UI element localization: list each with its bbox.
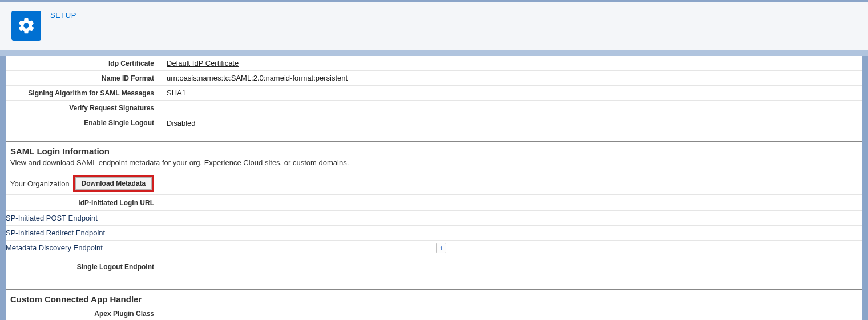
idp-login-url-label: IdP-Initiated Login URL (6, 199, 165, 207)
slo-endpoint-label: Single Logout Endpoint (6, 263, 165, 271)
signing-algorithm-row: Signing Algorithm for SAML Messages SHA1 (6, 86, 862, 101)
apex-plugin-label: Apex Plugin Class (6, 310, 165, 318)
slo-endpoint-row: Single Logout Endpoint (6, 255, 862, 278)
idp-certificate-value[interactable]: Default IdP Certificate (165, 59, 862, 67)
info-icon-letter: i (440, 245, 442, 251)
custom-handler-title: Custom Connected App Handler (6, 290, 862, 306)
header-bar: SETUP (0, 0, 868, 50)
saml-login-section-title: SAML Login Information (6, 142, 862, 158)
name-id-format-value: urn:oasis:names:tc:SAML:2.0:nameid-forma… (165, 74, 862, 82)
your-organization-row: Your Organization Download Metadata (6, 173, 862, 195)
idp-login-url-row: IdP-Initiated Login URL (6, 195, 862, 211)
metadata-discovery-row: Metadata Discovery Endpoint i (6, 241, 862, 255)
enable-slo-row: Enable Single Logout Disabled (6, 115, 862, 130)
gear-icon (17, 17, 35, 35)
setup-gear-icon (11, 11, 41, 41)
name-id-format-row: Name ID Format urn:oasis:names:tc:SAML:2… (6, 71, 862, 86)
metadata-discovery-label: Metadata Discovery Endpoint (6, 243, 103, 252)
enable-slo-value: Disabled (165, 119, 862, 127)
idp-certificate-row: Idp Certificate Default IdP Certificate (6, 56, 862, 71)
verify-request-label: Verify Request Signatures (6, 104, 165, 112)
idp-certificate-label: Idp Certificate (6, 59, 165, 67)
apex-plugin-row: Apex Plugin Class (6, 306, 862, 320)
name-id-format-label: Name ID Format (6, 74, 165, 82)
sp-redirect-endpoint-label: SP-Initiated Redirect Endpoint (6, 229, 105, 237)
sp-post-endpoint-row: SP-Initiated POST Endpoint (6, 211, 862, 226)
download-metadata-button[interactable]: Download Metadata (75, 177, 152, 190)
info-icon[interactable]: i (436, 243, 446, 253)
page-wrap: Idp Certificate Default IdP Certificate … (0, 56, 868, 320)
page-title: SETUP (50, 11, 76, 19)
sp-redirect-endpoint-row: SP-Initiated Redirect Endpoint (6, 226, 862, 241)
signing-algorithm-label: Signing Algorithm for SAML Messages (6, 89, 165, 97)
content-area: Idp Certificate Default IdP Certificate … (6, 56, 862, 320)
your-organization-label: Your Organization (10, 179, 73, 188)
enable-slo-label: Enable Single Logout (6, 119, 165, 127)
verify-request-row: Verify Request Signatures (6, 101, 862, 115)
signing-algorithm-value: SHA1 (165, 89, 862, 97)
saml-login-section-subtitle: View and download SAML endpoint metadata… (6, 158, 862, 173)
sp-post-endpoint-label: SP-Initiated POST Endpoint (6, 214, 98, 222)
download-highlight-box: Download Metadata (73, 175, 155, 192)
